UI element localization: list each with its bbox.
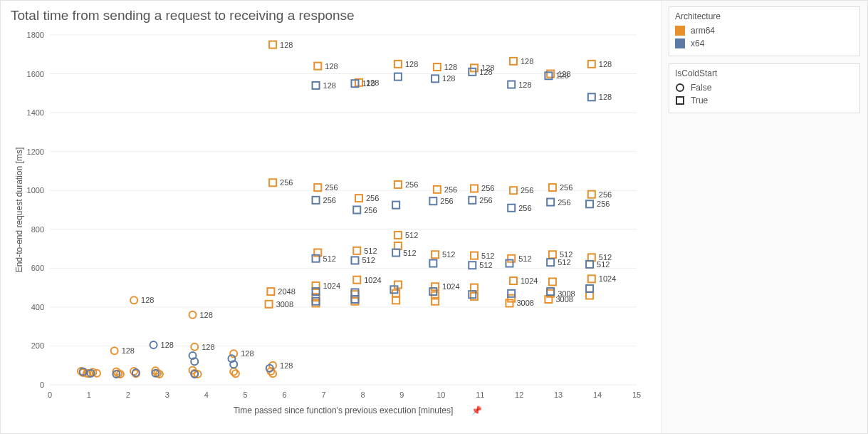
data-point[interactable] [266,301,273,308]
legend-arch-arm64[interactable]: arm64 [675,24,854,37]
data-point[interactable] [547,288,554,295]
data-point[interactable] [547,259,554,266]
data-point[interactable] [314,184,321,191]
data-point[interactable] [471,293,478,300]
point-label: 3008 [555,295,572,304]
point-label: 256 [440,197,453,205]
legend-coldstart[interactable]: IsColdStart False True [669,63,860,113]
data-point[interactable] [432,283,439,290]
svg-text:10: 10 [436,391,445,399]
data-point[interactable] [588,254,595,261]
plot-area[interactable]: 0200400600800100012001400160018000123456… [11,28,651,418]
point-label: 3008 [516,299,533,307]
data-point[interactable] [429,260,436,267]
data-point[interactable] [394,181,402,188]
data-point[interactable] [351,289,358,296]
data-point[interactable] [508,295,515,302]
point-label: 128 [280,361,293,370]
data-point[interactable] [314,63,321,70]
point-label: 128 [518,81,531,89]
data-point[interactable] [547,199,554,206]
data-point[interactable] [508,205,515,212]
data-point[interactable] [351,291,358,298]
data-point[interactable] [267,288,274,295]
point-label: 128 [122,346,135,355]
data-point[interactable] [434,186,441,193]
data-point[interactable] [353,207,360,214]
legend-item-label: False [691,83,711,93]
data-point[interactable] [586,261,593,268]
data-point[interactable] [232,370,239,377]
legend-architecture[interactable]: Architecture arm64 x64 [669,6,860,56]
data-point[interactable] [313,82,320,89]
data-point[interactable] [351,296,358,303]
data-point[interactable] [545,72,552,79]
data-point[interactable] [508,290,515,297]
data-point[interactable] [549,184,556,191]
data-point[interactable] [586,292,593,299]
data-point[interactable] [469,197,476,204]
data-point[interactable] [150,341,157,348]
data-point[interactable] [506,260,513,267]
scatter-plot[interactable]: 0200400600800100012001400160018000123456… [11,28,651,418]
data-point[interactable] [588,61,595,68]
data-point[interactable] [353,277,360,284]
data-point[interactable] [392,202,399,209]
point-label: 128 [599,60,612,68]
data-point[interactable] [230,368,237,375]
data-point[interactable] [549,251,556,258]
data-point[interactable] [510,58,517,65]
point-label: 128 [202,343,214,351]
data-point[interactable] [506,299,513,306]
point-label: 256 [521,186,533,195]
data-point[interactable] [471,252,478,259]
data-point[interactable] [269,179,276,186]
data-point[interactable] [353,247,360,254]
data-point[interactable] [351,298,358,305]
data-point[interactable] [586,200,593,207]
legend-arch-x64[interactable]: x64 [675,37,854,50]
point-label: 128 [141,296,154,304]
data-point[interactable] [469,291,476,298]
data-point[interactable] [588,275,595,282]
data-point[interactable] [588,93,595,100]
data-point[interactable] [394,232,402,239]
svg-text:Time passed since function's p: Time passed since function's previous ex… [234,405,454,415]
data-point[interactable] [469,262,476,269]
data-point[interactable] [394,61,402,68]
point-label: 2048 [278,287,295,296]
data-point[interactable] [429,197,436,205]
svg-point-39 [676,84,684,91]
point-label: 128 [444,63,457,71]
data-point[interactable] [471,284,478,291]
svg-text:15: 15 [632,391,641,399]
data-point[interactable] [269,41,276,48]
data-point[interactable] [432,75,439,82]
point-label: 256 [325,183,338,192]
data-point[interactable] [351,257,358,264]
data-point[interactable] [130,296,137,304]
data-point[interactable] [394,242,402,249]
data-point[interactable] [549,278,556,285]
data-point[interactable] [189,311,197,319]
data-point[interactable] [508,81,515,88]
data-point[interactable] [510,277,517,284]
data-point[interactable] [313,197,320,204]
data-point[interactable] [392,249,399,257]
data-point[interactable] [355,195,362,202]
point-label: 256 [558,198,570,207]
data-point[interactable] [111,347,118,354]
legend-cold-false[interactable]: False [675,81,854,94]
data-point[interactable] [434,63,441,71]
data-point[interactable] [394,73,402,81]
data-point[interactable] [191,343,198,351]
data-point[interactable] [586,285,593,292]
legend-cold-true[interactable]: True [675,94,854,107]
point-label: 128 [161,341,174,349]
data-point[interactable] [471,185,478,192]
data-point[interactable] [392,296,399,304]
data-point[interactable] [508,255,515,262]
data-point[interactable] [432,251,439,258]
data-point[interactable] [588,191,595,198]
point-label: 128 [599,93,612,101]
